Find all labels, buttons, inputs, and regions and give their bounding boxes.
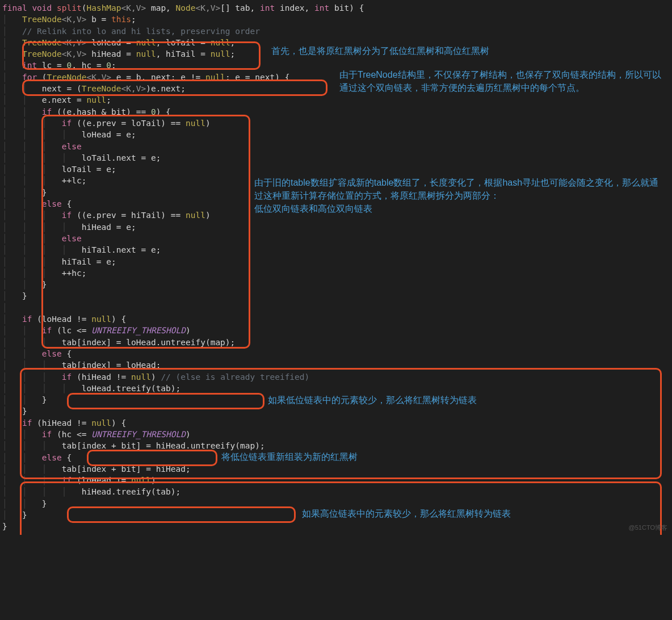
anno-3: 由于旧的table数组扩容成新的table数组了，长度变化了，根据hash寻址也…	[254, 176, 663, 216]
anno-1: 首先，也是将原红黑树分为了低位红黑树和高位红黑树	[271, 44, 489, 57]
anno-6: 如果高位链表中的元素较少，那么将红黑树转为链表	[302, 507, 511, 520]
anno-4: 如果低位链表中的元素较少，那么将红黑树转为链表	[268, 393, 477, 407]
anno-2: 由于TreeNode结构里，不仅保存了树结构，也保存了双向链表的结构，所以可以通…	[339, 68, 663, 94]
watermark: @51CTO博客	[629, 523, 667, 532]
anno-5: 将低位链表重新组装为新的红黑树	[221, 450, 358, 463]
